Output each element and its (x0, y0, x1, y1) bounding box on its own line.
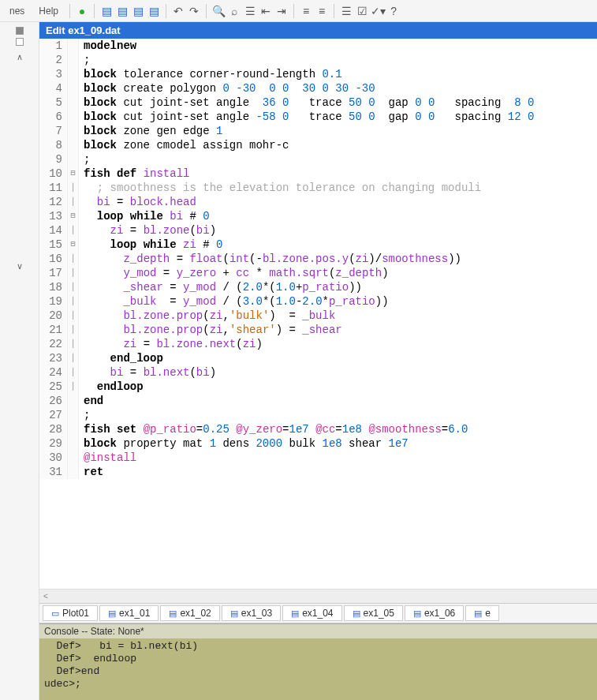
code-text[interactable]: ; (79, 408, 97, 422)
code-text[interactable]: ; (79, 152, 97, 167)
code-text[interactable]: block zone gen edge 1 (79, 124, 222, 138)
fold-marker[interactable]: │ (68, 309, 79, 323)
scroll-left-icon[interactable]: < (39, 592, 52, 601)
fold-marker[interactable]: ⊟ (68, 167, 79, 181)
code-line[interactable]: 24│ bi = bl.next(bi) (39, 365, 597, 380)
code-line[interactable]: 11│ ; smoothness is the elevation tolera… (39, 181, 597, 195)
fold-marker[interactable]: ⊟ (68, 238, 79, 252)
help-icon[interactable]: ? (386, 4, 401, 18)
fold-marker[interactable]: ⊟ (68, 209, 79, 223)
fold-marker[interactable]: │ (68, 337, 79, 351)
fold-marker[interactable]: │ (68, 266, 79, 280)
code-line[interactable]: 16│ z_depth = float(int(-bl.zone.pos.y(z… (39, 252, 597, 266)
code-text[interactable]: bl.zone.prop(zi,'bulk') = _bulk (79, 309, 335, 323)
marker-square[interactable] (16, 38, 24, 46)
tab-file[interactable]: ▤ex1_06 (405, 605, 464, 621)
tab-file[interactable]: ▤ex1_03 (222, 605, 281, 621)
code-line[interactable]: 10⊟fish def install (39, 167, 597, 181)
code-line[interactable]: 27 ; (39, 408, 597, 422)
code-line[interactable]: 21│ bl.zone.prop(zi,'shear') = _shear (39, 323, 597, 337)
fold-marker[interactable]: │ (68, 323, 79, 337)
code-line[interactable]: 31 ret (39, 465, 597, 479)
fold-marker[interactable]: │ (68, 280, 79, 294)
code-line[interactable]: 18│ _shear = y_mod / (2.0*(1.0+p_ratio)) (39, 280, 597, 294)
align-left-icon[interactable]: ≡ (299, 4, 313, 18)
check-icon[interactable]: ✓▾ (371, 4, 385, 18)
code-text[interactable]: _shear = y_mod / (2.0*(1.0+p_ratio)) (79, 280, 362, 294)
doc-copy-icon[interactable]: ▤ (115, 4, 129, 18)
code-text[interactable]: ret (79, 465, 103, 479)
code-line[interactable]: 3 block tolerance corner-round-length 0.… (39, 67, 597, 81)
code-text[interactable]: block cut joint-set angle 36 0 trace 50 … (79, 95, 534, 110)
code-line[interactable]: 5 block cut joint-set angle 36 0 trace 5… (39, 95, 597, 110)
code-line[interactable]: 2 ; (39, 53, 597, 67)
code-line[interactable]: 20│ bl.zone.prop(zi,'bulk') = _bulk (39, 309, 597, 323)
code-text[interactable]: _bulk = y_mod / (3.0*(1.0-2.0*p_ratio)) (79, 294, 389, 309)
menu-help[interactable]: Help (32, 4, 65, 18)
code-text[interactable]: bi = block.head (79, 195, 196, 209)
list-icon[interactable]: ☰ (339, 4, 353, 18)
code-text[interactable]: endloop (79, 380, 144, 394)
fold-marker[interactable]: │ (68, 380, 79, 394)
code-text[interactable]: @install (79, 451, 136, 465)
fold-marker[interactable]: │ (68, 365, 79, 380)
fold-marker[interactable]: │ (68, 181, 79, 195)
doc-list-icon[interactable]: ▤ (131, 4, 145, 18)
code-text[interactable]: loop while bi # 0 (79, 209, 210, 223)
code-line[interactable]: 15⊟ loop while zi # 0 (39, 238, 597, 252)
code-line[interactable]: 6 block cut joint-set angle -58 0 trace … (39, 110, 597, 124)
code-text[interactable]: modelnew (79, 39, 136, 53)
code-line[interactable]: 23│ end_loop (39, 351, 597, 365)
console[interactable]: Def> bi = bl.next(bi) Def> endloop Def>e… (39, 638, 597, 700)
fold-marker[interactable]: │ (68, 252, 79, 266)
marker-square[interactable] (16, 27, 24, 35)
code-line[interactable]: 30 @install (39, 451, 597, 465)
tab-file[interactable]: ▤e (465, 605, 499, 621)
code-line[interactable]: 14│ zi = bl.zone(bi) (39, 223, 597, 238)
tab-file[interactable]: ▤ex1_01 (99, 605, 159, 621)
replace-icon[interactable]: ⌕ (227, 4, 241, 18)
code-text[interactable]: loop while zi # 0 (79, 238, 222, 252)
code-line[interactable]: 22│ zi = bl.zone.next(zi) (39, 337, 597, 351)
code-line[interactable]: 4 block create polygon 0 -30 0 0 30 0 30… (39, 81, 597, 95)
fold-marker[interactable]: │ (68, 294, 79, 309)
code-text[interactable]: y_mod = y_zero + cc * math.sqrt(z_depth) (79, 266, 389, 280)
code-line[interactable]: 9 ; (39, 152, 597, 167)
undo-icon[interactable]: ↶ (171, 4, 185, 18)
fold-marker[interactable]: │ (68, 195, 79, 209)
code-text[interactable]: bi = bl.next(bi) (79, 365, 216, 380)
code-line[interactable]: 17│ y_mod = y_zero + cc * math.sqrt(z_de… (39, 266, 597, 280)
code-line[interactable]: 29 block property mat 1 dens 2000 bulk 1… (39, 436, 597, 451)
code-line[interactable]: 26 end (39, 394, 597, 408)
tab-file[interactable]: ▤ex1_02 (160, 605, 219, 621)
align-right-icon[interactable]: ≡ (315, 4, 329, 18)
code-text[interactable]: zi = bl.zone.next(zi) (79, 337, 263, 351)
code-text[interactable]: block create polygon 0 -30 0 0 30 0 30 -… (79, 81, 375, 95)
code-text[interactable]: bl.zone.prop(zi,'shear') = _shear (79, 323, 342, 337)
code-text[interactable]: block zone cmodel assign mohr-c (79, 138, 289, 152)
code-line[interactable]: 1 modelnew (39, 39, 597, 53)
indent-icon[interactable]: ⇥ (274, 4, 289, 18)
doc-check-icon[interactable]: ▤ (147, 4, 161, 18)
code-line[interactable]: 25│ endloop (39, 380, 597, 394)
run-icon[interactable]: ● (75, 4, 89, 18)
doc-icon[interactable]: ▤ (99, 4, 114, 18)
fold-marker[interactable]: │ (68, 351, 79, 365)
fold-marker[interactable]: │ (68, 223, 79, 238)
down-arrow-icon[interactable]: ∨ (17, 261, 23, 271)
code-text[interactable]: fish def install (79, 167, 189, 181)
checkbox-icon[interactable]: ☑ (355, 4, 369, 18)
find-icon[interactable]: 🔍 (211, 4, 226, 18)
code-text[interactable]: block cut joint-set angle -58 0 trace 50… (79, 110, 534, 124)
h-scrollbar[interactable]: < (39, 589, 597, 603)
code-editor[interactable]: 1 modelnew2 ; 3 block tolerance corner-r… (39, 39, 597, 589)
code-text[interactable]: ; smoothness is the elevation tolerance … (79, 181, 481, 195)
code-line[interactable]: 7 block zone gen edge 1 (39, 124, 597, 138)
code-line[interactable]: 8 block zone cmodel assign mohr-c (39, 138, 597, 152)
code-text[interactable]: zi = bl.zone(bi) (79, 223, 216, 238)
code-line[interactable]: 28 fish set @p_ratio=0.25 @y_zero=1e7 @c… (39, 422, 597, 436)
menu-panes[interactable]: nes (3, 4, 31, 18)
bookmark-icon[interactable]: ☰ (243, 4, 257, 18)
code-text[interactable]: end_loop (79, 351, 163, 365)
tab-plot[interactable]: ▭Plot01 (43, 605, 98, 621)
